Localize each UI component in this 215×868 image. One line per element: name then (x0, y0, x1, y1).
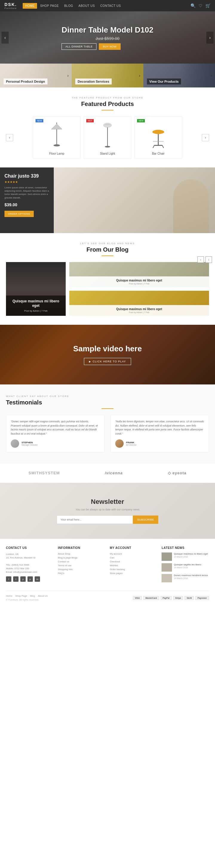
nav-blog[interactable]: BLOG (62, 3, 75, 9)
facebook-icon[interactable]: f (6, 577, 11, 582)
footer-bottom-home[interactable]: Home (6, 595, 12, 597)
product-card-1[interactable]: NEW Floor Lamp (33, 116, 81, 158)
nav-shop[interactable]: SHOP PAGE (38, 3, 61, 9)
subscribe-button[interactable]: SUBSCRIBE (133, 516, 158, 524)
blog-post-1[interactable]: Quisque maximus mi libero eget Post by A… (69, 262, 209, 287)
hero-next-button[interactable]: › (206, 32, 214, 43)
testimonial-1: "Donec semper nibh eget magna commodo, q… (6, 415, 104, 453)
category-products-label: View Our Products (147, 79, 181, 85)
lamp-icon (46, 121, 67, 148)
chair-promo-prev[interactable]: ‹ (197, 256, 204, 263)
pinterest-icon[interactable]: p (28, 577, 33, 582)
logo[interactable]: DSK. Furniture (4, 2, 17, 9)
footer-news-image-3 (161, 574, 172, 582)
footer-bottom-shop[interactable]: Shop Page (15, 595, 27, 597)
product-card-2[interactable]: HOT Stand Light (84, 116, 131, 158)
hero-section: ‹ Dinner Table Model D102 Just $599.00 A… (0, 11, 215, 64)
footer-social-links: f t y p in (6, 577, 54, 582)
footer-news-image-2 (161, 563, 172, 571)
newsletter-section: Newsletter You can be always up to date … (0, 483, 215, 539)
blog-post-2-meta: Post by Admin | 7 Feb (72, 311, 207, 313)
category-personal-design[interactable]: Personal Product Design › (0, 64, 72, 88)
footer-news-date-2: 14 March 2018 (174, 566, 201, 569)
footer-news-date-3: 14 March 2018 (174, 577, 208, 579)
blog-section: LET'S SEE OUR BLOG AND NEWS From Our Blo… (0, 233, 215, 325)
payment-payoneer: Payoneer (195, 596, 209, 600)
footer-link-myaccount[interactable]: My account (110, 553, 157, 555)
wishlist-icon[interactable]: ♡ (198, 3, 203, 8)
cart-icon[interactable]: 🛒 (206, 3, 211, 8)
footer-link-blog[interactable]: Blog & page Blogs (58, 556, 105, 559)
blog-post-2-overlay: Quisque maximus mi libero eget Post by A… (69, 305, 209, 316)
footer-news-item-2[interactable]: Quisque sagittis leo libero 14 March 201… (161, 563, 209, 571)
buy-now-button[interactable]: BUY NOW (99, 43, 120, 50)
products-row: ‹ NEW Floor Lamp HOT (6, 116, 209, 158)
video-section: Sample video here ▶ CLICK HERE TO PLAY (0, 325, 215, 384)
footer-link-checkout[interactable]: Checkout (110, 560, 157, 563)
nav-home[interactable]: HOME (23, 3, 37, 9)
instagram-icon[interactable]: in (35, 577, 40, 582)
products-next-button[interactable]: › (202, 134, 209, 141)
footer-grid: CONTACT US London, UK14, Firs Avenue, Ma… (6, 546, 209, 585)
testimonials-section: WHAT CLIENT SAY ABOUT OUR STORE Testimon… (0, 384, 215, 463)
blog-title: From Our Blog (6, 246, 209, 253)
footer-link-faq[interactable]: FAQ's (58, 572, 105, 575)
product-card-3[interactable]: NEW Bar Chair (134, 116, 182, 158)
footer-news-info-1: Quisque maximus mi libero eget 14 March … (174, 553, 208, 558)
footer-bottom-blog[interactable]: Blog (30, 595, 35, 597)
testimonial-2-name: FRANK (126, 441, 136, 444)
footer-news-item-1[interactable]: Quisque maximus mi libero eget 14 March … (161, 553, 209, 561)
nav-about[interactable]: ABOUT US (76, 3, 97, 9)
footer-link-contact[interactable]: Contact us (58, 560, 105, 563)
footer-news-info-3: Donec maximus hendrerit lectus 14 March … (174, 574, 208, 579)
category-decoration-label: Decoration Services (75, 79, 112, 85)
partner-logo-1: SMITHSYSTEM (28, 471, 60, 475)
footer-info-column: INFORMATION About Shop Blog & page Blogs… (58, 546, 105, 585)
all-dinner-table-button[interactable]: ALL DINNER TABLE (62, 43, 96, 50)
chair-image (54, 167, 215, 233)
youtube-icon[interactable]: y (20, 577, 26, 582)
blog-post-2[interactable]: Quisque maximus mi libero eget Post by A… (69, 291, 209, 316)
twitter-icon[interactable]: t (13, 577, 19, 582)
footer-link-terms[interactable]: Terms of use (58, 564, 105, 567)
newsletter-email-input[interactable] (57, 516, 133, 524)
bar-chair-icon (148, 121, 169, 148)
header: DSK. Furniture HOME SHOP PAGE BLOG ABOUT… (0, 0, 215, 11)
chair-order-button[interactable]: ORDER OPTIONS (4, 211, 34, 217)
category-decoration[interactable]: Decoration Services › (72, 64, 143, 88)
testimonial-2-author: FRANK Art Director (115, 439, 204, 448)
section-divider (101, 110, 114, 111)
chair-promo-next[interactable]: › (206, 256, 212, 263)
footer-link-cart[interactable]: Cart (110, 556, 157, 559)
footer-link-orders[interactable]: Order tracking (110, 568, 157, 571)
payment-skrill: Skrill (185, 596, 194, 600)
product-badge-2: HOT (86, 119, 94, 122)
partner-logo-3-diamond: ◇ (168, 471, 173, 475)
search-icon[interactable]: 🔍 (190, 3, 195, 8)
footer-link-about[interactable]: About Shop (58, 553, 105, 555)
products-prev-button[interactable]: ‹ (6, 134, 13, 141)
testimonial-2-info: FRANK Art Director (126, 441, 136, 446)
payment-visa: VISA (133, 596, 142, 600)
testimonial-1-role: Manager Director (22, 444, 38, 446)
play-video-button[interactable]: ▶ CLICK HERE TO PLAY (84, 358, 131, 365)
footer-news-item-3[interactable]: Donec maximus hendrerit lectus 14 March … (161, 574, 209, 582)
category-products-image (179, 64, 215, 88)
hero-price: Just $599.00 (62, 36, 153, 41)
category-products[interactable]: View Our Products › (143, 64, 215, 88)
product-name-1: Floor Lamp (36, 152, 78, 155)
footer-link-shopping[interactable]: Shopping Info (58, 568, 105, 571)
blog-small-column: Quisque maximus mi libero eget Post by A… (69, 262, 209, 316)
product-image-1 (36, 120, 78, 150)
footer-link-store[interactable]: Store pages (110, 572, 157, 575)
stand-lamp-icon (97, 121, 118, 148)
footer-link-wishlist[interactable]: Wishlist (110, 564, 157, 567)
nav-contact[interactable]: CONTACT US (98, 3, 123, 9)
chair-description: Lorem ipsum dolor sit amet, consectetur … (4, 186, 49, 199)
main-nav: HOME SHOP PAGE BLOG ABOUT US CONTACT US (23, 3, 190, 9)
product-badge-3: NEW (137, 119, 145, 122)
blog-post-featured[interactable]: Quisque maximus mi libero eget Post by A… (6, 262, 66, 316)
hero-prev-button[interactable]: ‹ (1, 32, 9, 43)
footer-bottom-about[interactable]: About Us (38, 595, 48, 597)
footer-contact-title: CONTACT US (6, 546, 54, 550)
